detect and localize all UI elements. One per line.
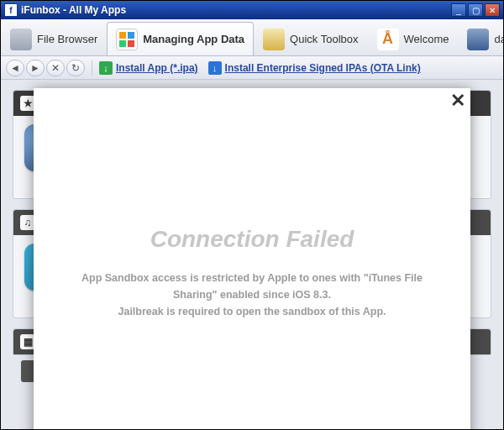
tab-label: Welcome (404, 33, 449, 45)
main-tabs: File BrowserManaging App DataQuick Toolb… (1, 19, 503, 56)
tab-welcome[interactable]: ÅWelcome (368, 22, 459, 55)
app-window: f iFunbox - All My Apps _ ▢ ✕ File Brows… (0, 0, 504, 430)
separator (92, 60, 92, 76)
close-button[interactable]: ✕ (485, 3, 500, 17)
install-ota-label: Install Enterprise Signed IPAs (OTA Link… (225, 62, 421, 74)
dialog-message: App Sandbox access is restricted by Appl… (64, 270, 440, 320)
dialog-title: Connection Failed (150, 226, 354, 253)
titlebar: f iFunbox - All My Apps _ ▢ ✕ (1, 1, 503, 19)
download-icon (208, 61, 222, 75)
install-ota-link[interactable]: Install Enterprise Signed IPAs (OTA Link… (208, 61, 421, 75)
tool-icon (263, 29, 285, 50)
content-area: ★ My Favorites iFileB ♫ ArkM魔力科 ▦ Click … (1, 80, 503, 429)
welcome-icon: Å (377, 29, 399, 50)
forward-button[interactable]: ► (26, 60, 45, 76)
toolbar: ◄ ► ✕ ↻ Install App (*.ipa) Install Ente… (1, 56, 503, 80)
install-ipa-label: Install App (*.ipa) (116, 62, 198, 74)
stop-button[interactable]: ✕ (46, 60, 65, 76)
reload-button[interactable]: ↻ (66, 60, 85, 76)
tab-quick-toolbox[interactable]: Quick Toolbox (254, 22, 367, 55)
tab-file-browser[interactable]: File Browser (1, 22, 107, 55)
tab-managing-app-data[interactable]: Managing App Data (107, 22, 254, 56)
dialog-close-button[interactable]: ✕ (450, 92, 465, 110)
tab-dani[interactable]: dani (458, 22, 503, 55)
dialog-body: Connection Failed App Sandbox access is … (34, 88, 470, 429)
app-icon: f (4, 3, 18, 17)
minimize-button[interactable]: _ (451, 3, 466, 17)
tab-label: File Browser (37, 33, 97, 45)
install-ipa-link[interactable]: Install App (*.ipa) (99, 61, 198, 75)
tab-label: Managing App Data (143, 33, 244, 45)
tab-label: Quick Toolbox (290, 33, 358, 45)
maximize-button[interactable]: ▢ (468, 3, 483, 17)
manage-icon (116, 29, 138, 50)
folder-icon (10, 29, 32, 50)
device-icon (467, 29, 489, 50)
window-title: iFunbox - All My Apps (21, 4, 449, 16)
back-button[interactable]: ◄ (6, 60, 24, 76)
connection-failed-dialog: ✕ Connection Failed App Sandbox access i… (34, 88, 470, 429)
download-icon (99, 61, 113, 75)
modal-overlay: ✕ Connection Failed App Sandbox access i… (1, 80, 503, 429)
tab-label: dani (494, 33, 503, 45)
